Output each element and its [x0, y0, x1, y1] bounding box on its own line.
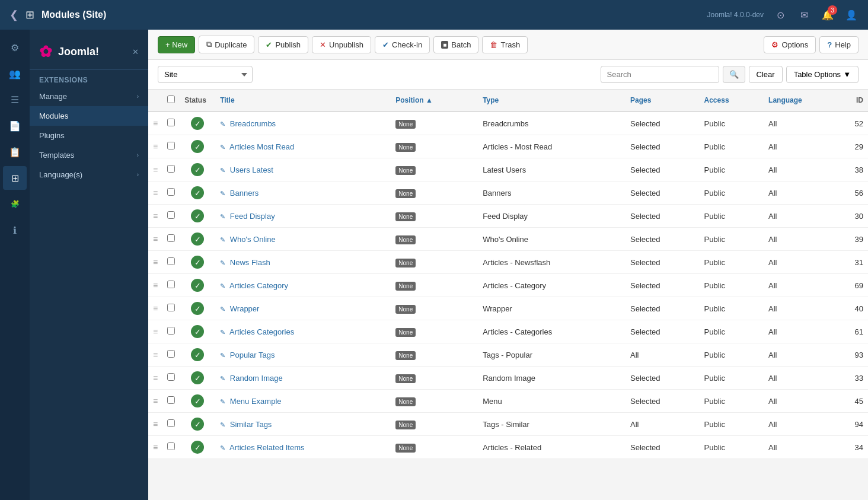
- row-checkbox[interactable]: [167, 350, 175, 358]
- sidebar-icon-menu[interactable]: ☰: [3, 88, 27, 112]
- drag-cell[interactable]: ≡: [148, 158, 162, 181]
- row-checkbox[interactable]: [167, 327, 175, 335]
- drag-cell[interactable]: ≡: [148, 390, 162, 413]
- drag-handle-icon[interactable]: ≡: [153, 165, 158, 174]
- options-button[interactable]: ⚙ Options: [764, 36, 816, 53]
- module-title-link[interactable]: Popular Tags: [230, 351, 275, 359]
- drag-handle-icon[interactable]: ≡: [153, 234, 158, 244]
- search-button[interactable]: 🔍: [723, 66, 745, 83]
- drag-cell[interactable]: ≡: [148, 367, 162, 390]
- row-checkbox[interactable]: [167, 142, 175, 149]
- row-checkbox[interactable]: [167, 165, 175, 173]
- th-type[interactable]: Type: [478, 90, 626, 112]
- module-title-link[interactable]: Similar Tags: [230, 420, 272, 429]
- drag-cell[interactable]: ≡: [148, 112, 162, 135]
- publish-button[interactable]: ✔ Publish: [258, 36, 308, 53]
- th-access[interactable]: Access: [700, 90, 764, 112]
- sidebar-item-manage[interactable]: Manage ›: [30, 87, 148, 106]
- mail-icon[interactable]: ✉: [797, 8, 811, 22]
- notification-icon[interactable]: 🔔 3: [821, 8, 835, 22]
- sidebar-icon-content[interactable]: 📄: [3, 114, 27, 138]
- trash-button[interactable]: 🗑 Trash: [482, 36, 528, 53]
- drag-handle-icon[interactable]: ≡: [153, 281, 158, 290]
- module-title-link[interactable]: Feed Display: [230, 212, 275, 221]
- sidebar-icon-extensions[interactable]: ⊞: [3, 166, 27, 190]
- drag-handle-icon[interactable]: ≡: [153, 211, 158, 221]
- drag-handle-icon[interactable]: ≡: [153, 373, 158, 383]
- drag-handle-icon[interactable]: ≡: [153, 119, 158, 128]
- row-checkbox[interactable]: [167, 396, 175, 404]
- help-button[interactable]: ? Help: [819, 36, 859, 53]
- drag-handle-icon[interactable]: ≡: [153, 327, 158, 336]
- drag-handle-icon[interactable]: ≡: [153, 350, 158, 359]
- row-checkbox[interactable]: [167, 211, 175, 219]
- drag-cell[interactable]: ≡: [148, 135, 162, 158]
- close-sidebar-icon[interactable]: ✕: [132, 47, 139, 56]
- drag-cell[interactable]: ≡: [148, 228, 162, 251]
- sidebar-item-templates[interactable]: Templates ›: [30, 145, 148, 165]
- module-title-link[interactable]: Articles Most Read: [229, 142, 294, 151]
- drag-handle-icon[interactable]: ≡: [153, 442, 158, 452]
- th-pages[interactable]: Pages: [626, 90, 700, 112]
- module-title-link[interactable]: Users Latest: [230, 165, 273, 174]
- user-icon[interactable]: 👤: [844, 8, 859, 22]
- module-title-link[interactable]: Who's Online: [230, 235, 276, 244]
- row-checkbox[interactable]: [167, 119, 175, 126]
- row-checkbox[interactable]: [167, 419, 175, 427]
- status-published-icon[interactable]: ✓: [191, 441, 204, 454]
- drag-cell[interactable]: ≡: [148, 413, 162, 436]
- row-checkbox[interactable]: [167, 304, 175, 311]
- sidebar-icon-components[interactable]: 📋: [3, 140, 27, 164]
- module-title-link[interactable]: Breadcrumbs: [230, 119, 276, 128]
- row-checkbox[interactable]: [167, 234, 175, 242]
- status-published-icon[interactable]: ✓: [191, 302, 204, 315]
- row-checkbox[interactable]: [167, 442, 175, 450]
- drag-cell[interactable]: ≡: [148, 343, 162, 367]
- module-title-link[interactable]: News Flash: [230, 258, 270, 267]
- module-title-link[interactable]: Articles Category: [229, 281, 288, 290]
- new-button[interactable]: + New: [158, 36, 195, 53]
- site-filter-select[interactable]: Site Administrator: [158, 66, 253, 83]
- drag-cell[interactable]: ≡: [148, 205, 162, 228]
- status-published-icon[interactable]: ✓: [191, 186, 204, 199]
- drag-cell[interactable]: ≡: [148, 297, 162, 320]
- th-id[interactable]: ID: [844, 90, 868, 112]
- status-published-icon[interactable]: ✓: [191, 163, 204, 176]
- sidebar-icon-plugins[interactable]: 🧩: [3, 192, 27, 216]
- drag-cell[interactable]: ≡: [148, 436, 162, 459]
- clear-button[interactable]: Clear: [749, 66, 783, 83]
- th-language[interactable]: Language: [764, 90, 844, 112]
- status-published-icon[interactable]: ✓: [191, 348, 204, 361]
- drag-cell[interactable]: ≡: [148, 251, 162, 274]
- search-input[interactable]: [601, 66, 719, 83]
- module-title-link[interactable]: Random Image: [230, 374, 283, 383]
- duplicate-button[interactable]: ⧉ Duplicate: [199, 36, 254, 53]
- module-title-link[interactable]: Articles Related Items: [229, 443, 304, 452]
- sidebar-icon-info[interactable]: ℹ: [3, 218, 27, 242]
- module-title-link[interactable]: Menu Example: [230, 397, 282, 406]
- th-title[interactable]: Title: [215, 90, 391, 112]
- th-position[interactable]: Position ▲: [391, 90, 478, 112]
- row-checkbox[interactable]: [167, 188, 175, 196]
- sidebar-icon-settings[interactable]: ⚙: [3, 36, 27, 59]
- drag-handle-icon[interactable]: ≡: [153, 396, 158, 406]
- status-published-icon[interactable]: ✓: [191, 117, 204, 130]
- drag-handle-icon[interactable]: ≡: [153, 304, 158, 313]
- module-title-link[interactable]: Banners: [230, 189, 259, 198]
- drag-handle-icon[interactable]: ≡: [153, 257, 158, 267]
- sidebar-item-modules[interactable]: Modules: [30, 106, 148, 126]
- sidebar-item-plugins[interactable]: Plugins: [30, 126, 148, 145]
- module-title-link[interactable]: Wrapper: [230, 304, 260, 313]
- sidebar-icon-users[interactable]: 👥: [3, 62, 27, 85]
- drag-cell[interactable]: ≡: [148, 181, 162, 205]
- sidebar-item-languages[interactable]: Language(s) ›: [30, 165, 148, 184]
- status-published-icon[interactable]: ✓: [191, 279, 204, 292]
- row-checkbox[interactable]: [167, 373, 175, 381]
- checkin-button[interactable]: ✔ Check-in: [375, 36, 430, 53]
- table-options-button[interactable]: Table Options ▼: [786, 66, 859, 83]
- module-title-link[interactable]: Articles Categories: [229, 327, 294, 336]
- status-published-icon[interactable]: ✓: [191, 371, 204, 384]
- accessibility-icon[interactable]: ⊙: [773, 8, 787, 22]
- collapse-sidebar-icon[interactable]: ❮: [9, 8, 18, 21]
- select-all-checkbox[interactable]: [167, 95, 175, 103]
